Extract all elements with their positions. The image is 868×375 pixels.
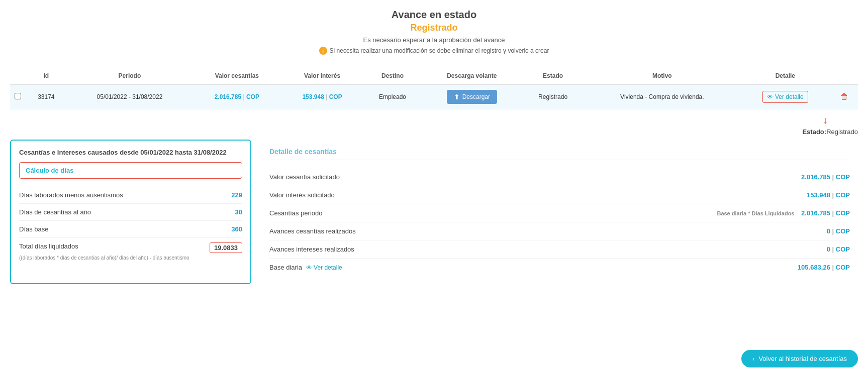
detail-section: Cesantías e intereses causados desde 05/… xyxy=(0,140,868,294)
row-delete: 🗑 xyxy=(831,85,858,109)
left-panel-title: Cesantías e intereses causados desde 05/… xyxy=(19,149,242,156)
footer-section: ‹ Volver al historial de cesantías xyxy=(0,345,868,375)
calc-row-total-dias: Total días liquidados 19.0833 ((días lab… xyxy=(19,238,242,265)
header-notice: i Si necesita realizar una modificación … xyxy=(10,47,858,55)
row-checkbox-cell xyxy=(10,85,25,109)
table-section: Id Periodo Valor cesantías Valor interés… xyxy=(0,62,868,114)
col-checkbox xyxy=(10,67,25,85)
col-destino: Destino xyxy=(363,67,423,85)
row-valor-interes: 153.948 | COP xyxy=(281,85,362,109)
header-subtitle: Es necesario esperar a la aprobación del… xyxy=(10,36,858,44)
detail-row-avances-cesantias: Avances cesantías realizados 0 | COP xyxy=(269,222,850,240)
ver-detalle-link[interactable]: 👁 Ver detalle xyxy=(762,91,808,103)
table-row: 33174 05/01/2022 - 31/08/2022 2.016.785 … xyxy=(10,85,858,109)
col-detalle: Detalle xyxy=(740,67,831,85)
right-panel-title: Detalle de cesantías xyxy=(269,148,850,160)
status-badge: Registrado xyxy=(10,23,858,33)
col-periodo: Periodo xyxy=(67,67,192,85)
info-icon: i xyxy=(319,47,327,55)
row-detalle: 👁 Ver detalle xyxy=(740,85,831,109)
table-wrapper: Id Periodo Valor cesantías Valor interés… xyxy=(10,67,858,109)
row-destino: Empleado xyxy=(363,85,423,109)
row-descarga-volante: ⬆ Descargar xyxy=(422,85,521,109)
detail-row-valor-interes: Valor interés solicitado 153.948 | COP xyxy=(269,186,850,204)
detail-row-avances-intereses: Avances intereses realizados 0 | COP xyxy=(269,240,850,259)
row-estado: Registrado xyxy=(521,85,584,109)
descargar-button[interactable]: ⬆ Descargar xyxy=(447,90,497,104)
volver-historial-button[interactable]: ‹ Volver al historial de cesantías xyxy=(741,350,858,367)
col-valor-cesantias: Valor cesantías xyxy=(192,67,281,85)
detail-row-cesantias-periodo: Cesantías periodo Base diaria * Días Liq… xyxy=(269,204,850,222)
row-valor-cesantias: 2.016.785 | COP xyxy=(192,85,281,109)
col-descarga-volante: Descarga volante xyxy=(422,67,521,85)
header-section: Avance en estado Registrado Es necesario… xyxy=(0,0,868,62)
calc-row-dias-laborados: Días laborados menos ausentismos 229 xyxy=(19,187,242,204)
chevron-left-icon: ‹ xyxy=(752,355,754,362)
calc-dias-label: Cálculo de días xyxy=(26,167,73,174)
col-id: Id xyxy=(25,67,67,85)
arrow-down-indicator: ↓ xyxy=(0,114,868,126)
eye-icon-small: 👁 xyxy=(306,264,312,271)
left-panel: Cesantías e intereses causados desde 05/… xyxy=(10,140,251,284)
col-motivo: Motivo xyxy=(585,67,740,85)
detail-row-valor-cesantia: Valor cesantía solicitado 2.016.785 | CO… xyxy=(269,168,850,186)
calc-row-dias-cesantias: Días de cesantías al año 30 xyxy=(19,204,242,221)
row-motivo: Vivienda - Compra de vivienda. xyxy=(585,85,740,109)
cesantias-table: Id Periodo Valor cesantías Valor interés… xyxy=(10,67,858,109)
calc-dias-box: Cálculo de días xyxy=(19,162,242,179)
table-header-row: Id Periodo Valor cesantías Valor interés… xyxy=(10,67,858,85)
calc-row-dias-base: Días base 360 xyxy=(19,221,242,238)
eye-icon: 👁 xyxy=(767,93,773,100)
row-checkbox[interactable] xyxy=(15,93,21,99)
status-bar: Estado: Registrado xyxy=(0,126,868,140)
row-periodo: 05/01/2022 - 31/08/2022 xyxy=(67,85,192,109)
detail-row-base-diaria: Base diaria 👁 Ver detalle 105.683,26 | C… xyxy=(269,259,850,276)
cloud-upload-icon: ⬆ xyxy=(454,93,460,101)
base-diaria-ver-detalle-link[interactable]: 👁 Ver detalle xyxy=(306,264,342,271)
right-panel: Detalle de cesantías Valor cesantía soli… xyxy=(261,140,858,284)
col-valor-interes: Valor interés xyxy=(281,67,362,85)
page-title: Avance en estado xyxy=(10,9,858,21)
row-id: 33174 xyxy=(25,85,67,109)
delete-icon[interactable]: 🗑 xyxy=(840,92,848,101)
calc-rows: Días laborados menos ausentismos 229 Día… xyxy=(19,187,242,265)
col-estado: Estado xyxy=(521,67,584,85)
